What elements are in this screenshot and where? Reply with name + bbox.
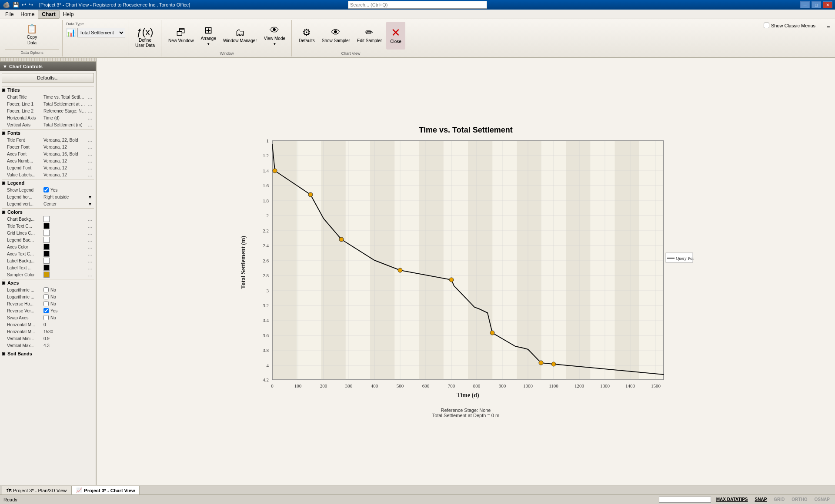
title-text-dots[interactable]: … — [88, 224, 92, 229]
query-point[interactable] — [449, 278, 454, 282]
grid-lines-dots[interactable]: … — [88, 231, 92, 235]
svg-text:1.8: 1.8 — [263, 198, 269, 203]
snap-button[interactable]: SNAP — [753, 497, 769, 503]
close-button[interactable]: ✕ Close — [386, 22, 405, 50]
query-point[interactable] — [308, 192, 313, 197]
ribbon-minimize-icon[interactable]: 🗕 — [826, 23, 831, 28]
legend-vert-arrow[interactable]: ▼ — [88, 202, 92, 206]
menu-chart[interactable]: Chart — [38, 10, 59, 19]
data-type-select[interactable]: Total Settlement — [77, 28, 125, 37]
title-text-label: Title Text C... — [7, 224, 42, 229]
chart-svg[interactable]: 1 1.2 1.4 1.6 1.8 2 2.2 — [237, 136, 694, 406]
legend-bg-swatch[interactable] — [43, 237, 50, 243]
quick-access-redo[interactable]: ↪ — [29, 2, 33, 8]
label-bg-dots[interactable]: … — [88, 259, 92, 263]
svg-text:1100: 1100 — [549, 383, 558, 388]
axes-color-dots[interactable]: … — [88, 245, 92, 249]
title-text-swatch[interactable] — [43, 223, 50, 229]
label-text-dots[interactable]: … — [88, 265, 92, 270]
query-point[interactable] — [339, 237, 344, 242]
svg-text:3.6: 3.6 — [263, 333, 269, 338]
osnap-button[interactable]: OSNAP — [812, 497, 832, 503]
axes-section-header[interactable]: ▣ Axes — [2, 279, 94, 286]
legend-bg-dots[interactable]: … — [88, 238, 92, 242]
soil-bands-section-header[interactable]: ▣ Soil Bands — [2, 350, 94, 357]
legend-horiz-arrow[interactable]: ▼ — [88, 195, 92, 199]
show-sampler-button[interactable]: 👁 Show Sampler — [319, 22, 353, 50]
query-point[interactable] — [551, 362, 556, 366]
menu-help[interactable]: Help — [60, 10, 77, 18]
grid-button[interactable]: GRID — [772, 497, 786, 503]
axes-numbers-dots[interactable]: … — [88, 159, 92, 163]
svg-text:1500: 1500 — [651, 383, 661, 388]
title-font-dots[interactable]: … — [88, 138, 92, 143]
minimize-button[interactable]: ─ — [800, 1, 810, 8]
title-font-row: Title Font Verdana, 22, Bold … — [2, 136, 94, 143]
footer-line1-dots[interactable]: … — [88, 102, 92, 106]
reverse-horiz-checkbox[interactable] — [43, 301, 49, 306]
value-labels-dots[interactable]: … — [88, 172, 92, 177]
axes-font-row: Axes Font Verdana, 16, Bold … — [2, 150, 94, 157]
swap-axes-checkbox[interactable] — [43, 315, 49, 320]
defaults-panel-button[interactable]: Defaults... — [2, 73, 94, 83]
collapse-icon[interactable]: ▼ — [3, 64, 7, 69]
chart-bg-swatch[interactable] — [43, 216, 50, 222]
show-legend-checkbox[interactable] — [43, 187, 49, 192]
svg-text:3.2: 3.2 — [263, 303, 269, 308]
query-point[interactable] — [539, 361, 543, 365]
label-bg-swatch[interactable] — [43, 258, 50, 264]
menu-file[interactable]: File — [2, 10, 17, 18]
footer-font-dots[interactable]: … — [88, 145, 92, 149]
close-window-button[interactable]: ✕ — [823, 1, 832, 8]
new-window-button[interactable]: 🗗 New Window — [166, 22, 196, 50]
defaults-button[interactable]: ⚙ Defaults — [296, 22, 317, 50]
legend-font-dots[interactable]: … — [88, 166, 92, 170]
axes-text-dots[interactable]: … — [88, 252, 92, 256]
show-classic-checkbox[interactable] — [764, 23, 769, 28]
grid-lines-swatch[interactable] — [43, 230, 50, 236]
menu-home[interactable]: Home — [17, 10, 38, 18]
axes-text-swatch[interactable] — [43, 251, 50, 257]
query-point[interactable] — [398, 268, 402, 272]
view-mode-button[interactable]: 👁 View Mode ▼ — [261, 22, 288, 50]
tab-plan-3d[interactable]: 🗺 Project 3* - Plan/3D View — [2, 486, 71, 494]
query-point[interactable] — [490, 331, 494, 335]
quick-access-save[interactable]: 💾 — [13, 2, 19, 8]
titles-section-header[interactable]: ▣ Titles — [2, 86, 94, 93]
log-y-checkbox[interactable] — [43, 294, 49, 299]
search-input[interactable] — [348, 1, 487, 9]
axes-font-dots[interactable]: … — [88, 152, 92, 156]
sampler-color-dots[interactable]: … — [88, 272, 92, 277]
ortho-button[interactable]: ORTHO — [790, 497, 809, 503]
colors-section-header[interactable]: ▣ Colors — [2, 208, 94, 216]
arrange-button[interactable]: ⊞ Arrange ▼ — [198, 22, 219, 50]
edit-sampler-button[interactable]: ✏ Edit Sampler — [354, 22, 384, 50]
query-point[interactable] — [273, 169, 277, 173]
chart-bg-dots[interactable]: … — [88, 217, 92, 222]
horizontal-axis-dots[interactable]: … — [88, 116, 92, 120]
footer-font-value: Verdana, 12 — [43, 145, 86, 149]
label-text-swatch[interactable] — [43, 265, 50, 271]
define-user-data-button[interactable]: ƒ(x) DefineUser Data — [133, 24, 157, 52]
log-x-checkbox[interactable] — [43, 287, 49, 292]
view-mode-arrow: ▼ — [273, 42, 276, 46]
max-datatips-button[interactable]: MAX DATATIPS — [715, 497, 750, 503]
tab-chart[interactable]: 📈 Project 3* - Chart View — [71, 486, 140, 494]
window-manager-button[interactable]: 🗂 Window Manager — [220, 22, 260, 50]
reverse-horiz-value: No — [50, 302, 92, 306]
vertical-axis-dots[interactable]: … — [88, 123, 92, 127]
reverse-vert-checkbox[interactable] — [43, 308, 49, 313]
horiz-max-label: Horizontal M... — [7, 329, 42, 334]
axes-color-swatch[interactable] — [43, 244, 50, 250]
reverse-horiz-row: Reverse Ho... No — [2, 300, 94, 307]
quick-access-undo[interactable]: ↩ — [22, 2, 26, 8]
copy-data-button[interactable]: 📋 Copy Data — [5, 22, 59, 47]
sampler-color-row: Sampler Color … — [2, 271, 94, 278]
horiz-max-value: 1530 — [43, 329, 92, 334]
sampler-color-swatch[interactable] — [43, 272, 50, 278]
chart-title-dots[interactable]: … — [88, 95, 92, 99]
fonts-section-header[interactable]: ▣ Fonts — [2, 129, 94, 136]
footer-line2-dots[interactable]: … — [88, 109, 92, 113]
restore-button[interactable]: □ — [812, 1, 821, 8]
legend-section-header[interactable]: ▣ Legend — [2, 179, 94, 186]
